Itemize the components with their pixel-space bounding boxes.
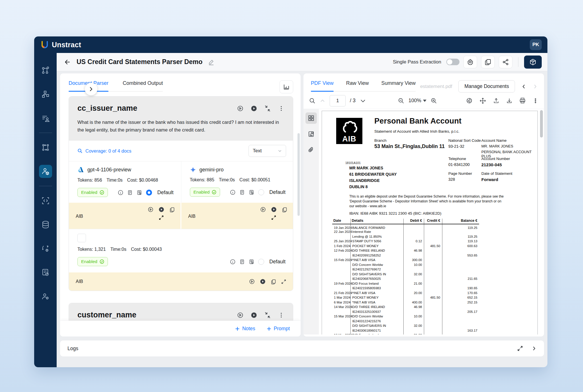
sidebar-expand-button[interactable]	[85, 83, 97, 95]
run-output-icon[interactable]	[260, 207, 266, 212]
info-icon[interactable]	[230, 259, 235, 264]
expand-logs-icon[interactable]	[517, 346, 523, 351]
single-pass-toggle[interactable]	[446, 59, 459, 65]
sidebar-item-hierarchy[interactable]	[39, 88, 52, 101]
prompt-log-icon[interactable]	[127, 190, 133, 195]
download-icon[interactable]	[506, 98, 512, 104]
print-icon[interactable]	[519, 97, 526, 104]
default-radio[interactable]	[258, 189, 264, 195]
expand-output-icon[interactable]	[271, 215, 276, 220]
outline-book-icon[interactable]	[305, 128, 317, 140]
gear-icon	[467, 59, 474, 65]
run-output-icon[interactable]	[249, 279, 255, 284]
collapse-card-icon[interactable]	[264, 312, 271, 318]
info-icon[interactable]	[118, 190, 123, 195]
left-panel-scrollbar[interactable]	[297, 133, 300, 216]
prompt-log-icon[interactable]	[239, 259, 245, 264]
prev-document-icon[interactable]	[521, 84, 526, 89]
paperclip-icon[interactable]	[305, 144, 317, 156]
model-tokens: Tokens: 1,321	[77, 247, 106, 252]
zoom-out-icon[interactable]	[398, 98, 404, 104]
sidebar-divider	[39, 133, 52, 133]
default-radio-selected[interactable]	[146, 190, 152, 196]
color-mode-icon[interactable]	[466, 97, 473, 104]
tab-combined-output[interactable]: Combined Output	[123, 80, 163, 91]
logs-label[interactable]: Logs	[67, 346, 78, 352]
tab-summary-view[interactable]: Summary View	[381, 80, 416, 91]
settings-button[interactable]	[463, 56, 477, 68]
upload-icon[interactable]	[493, 98, 499, 104]
sidebar-item-prompt-studio[interactable]	[39, 165, 52, 178]
copy-output-icon[interactable]	[271, 279, 276, 284]
run-output-filled-icon[interactable]	[271, 207, 277, 212]
share-button[interactable]	[499, 56, 512, 68]
info-icon[interactable]	[230, 190, 235, 195]
copy-output-icon[interactable]	[169, 207, 175, 212]
run-output-filled-icon[interactable]	[260, 279, 266, 284]
sidebar-item-workflow[interactable]	[39, 64, 52, 77]
table-row: 1 Feb 2024POCKET MONEY481.50600.63	[332, 244, 479, 249]
next-document-icon[interactable]	[533, 84, 538, 89]
sidebar-item-document-export[interactable]	[39, 266, 52, 279]
pan-icon[interactable]	[479, 97, 486, 104]
run-output-filled-icon[interactable]	[159, 207, 164, 212]
kebab-menu-icon[interactable]	[278, 312, 284, 318]
doc-search-icon[interactable]	[249, 190, 254, 195]
bar-chart-icon	[283, 84, 290, 90]
model-card-gpt4: gpt-4-1106-preview Tokens: 856 Time:0s C…	[69, 161, 181, 203]
prompt-log-icon[interactable]	[239, 190, 245, 195]
expand-output-icon[interactable]	[281, 279, 286, 284]
add-notes-button[interactable]: Notes	[235, 326, 255, 332]
sync-settings-icon	[41, 244, 50, 253]
pdf-scrollbar[interactable]	[540, 110, 543, 333]
brand-name: Unstract	[52, 41, 81, 49]
sidebar-item-user-settings[interactable]	[39, 290, 52, 303]
table-row: 19 Jan 2024BALANCE FORWARD119.25	[332, 224, 479, 229]
expand-output-icon[interactable]	[159, 215, 164, 220]
sidebar-item-sync-settings[interactable]	[39, 242, 52, 255]
page-number-input[interactable]	[330, 95, 346, 106]
enabled-badge[interactable]: Enabled	[77, 257, 108, 266]
collapse-card-icon[interactable]	[264, 105, 271, 112]
sidebar-item-frame-code[interactable]	[39, 194, 52, 207]
sidebar-item-database[interactable]	[39, 218, 52, 231]
copy-output-icon[interactable]	[282, 207, 287, 212]
chevron-up-icon[interactable]	[320, 98, 325, 104]
clone-button[interactable]	[481, 56, 495, 68]
doc-search-icon[interactable]	[137, 190, 142, 195]
doc-search-icon[interactable]	[249, 259, 254, 264]
default-radio[interactable]	[258, 259, 264, 265]
search-icon[interactable]	[309, 98, 315, 104]
zoom-in-icon[interactable]	[431, 98, 437, 104]
chevron-right-icon[interactable]	[531, 346, 537, 351]
chevron-down-icon[interactable]	[360, 98, 366, 104]
run-output-icon[interactable]	[148, 207, 153, 212]
back-arrow-icon[interactable]	[64, 59, 71, 65]
enabled-badge[interactable]: Enabled	[190, 188, 220, 197]
edit-pencil-icon[interactable]	[208, 59, 214, 65]
kebab-menu-icon[interactable]	[278, 105, 284, 112]
manage-documents-button[interactable]: Manage Documents	[458, 80, 515, 93]
user-settings-icon	[41, 292, 50, 301]
table-row: 19 Feb 2024D/D Focus Ireland21.00	[332, 281, 479, 286]
model-card-gemini: gemini-pro Tokens: 885 Time:0s Cost: $0.…	[181, 161, 293, 203]
model-time: Time:0s	[219, 177, 235, 182]
sidebar-item-list-user[interactable]	[39, 112, 52, 125]
export-button[interactable]	[524, 56, 542, 69]
zoom-level[interactable]: 100%	[408, 98, 426, 104]
run-prompt-icon[interactable]	[237, 312, 243, 318]
more-dots-icon[interactable]	[533, 98, 538, 104]
thumbnails-grid-icon[interactable]	[305, 112, 317, 124]
output-type-select[interactable]: Text	[249, 145, 286, 157]
enabled-badge[interactable]: Enabled	[77, 188, 108, 197]
run-all-icon[interactable]	[251, 105, 257, 112]
add-prompt-button[interactable]: Prompt	[267, 326, 290, 332]
run-prompt-icon[interactable]	[237, 105, 243, 112]
tab-pdf-view[interactable]: PDF View	[311, 80, 334, 91]
analytics-button[interactable]	[280, 80, 293, 93]
run-all-icon[interactable]	[251, 312, 257, 318]
user-avatar[interactable]: PK	[530, 39, 542, 50]
sidebar-item-swap[interactable]	[39, 141, 52, 154]
coverage-link[interactable]: Coverage: 0 of 4 docs	[77, 148, 131, 154]
tab-raw-view[interactable]: Raw View	[346, 80, 369, 91]
